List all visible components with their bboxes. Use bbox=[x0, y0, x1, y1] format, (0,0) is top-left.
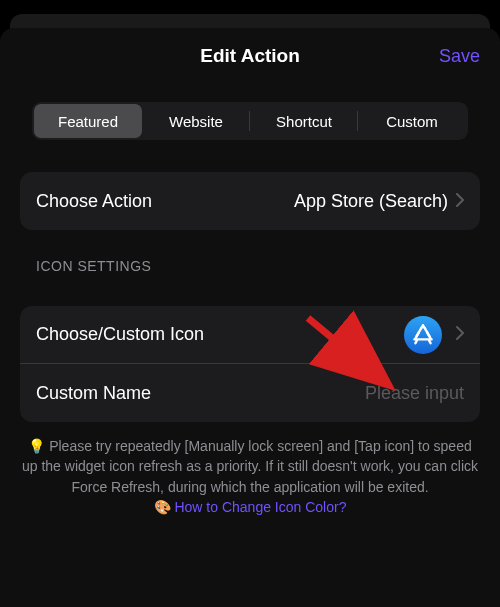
custom-name-input[interactable] bbox=[314, 383, 464, 404]
icon-settings-header: ICON SETTINGS bbox=[36, 258, 464, 274]
chevron-right-icon bbox=[456, 191, 464, 212]
choose-icon-row[interactable]: Choose/Custom Icon bbox=[20, 306, 480, 364]
custom-name-row[interactable]: Custom Name bbox=[20, 364, 480, 422]
choose-icon-label: Choose/Custom Icon bbox=[36, 324, 404, 345]
custom-name-label: Custom Name bbox=[36, 383, 314, 404]
icon-settings-group: Choose/Custom Icon Custom Name bbox=[20, 306, 480, 422]
action-group: Choose Action App Store (Search) bbox=[20, 172, 480, 230]
choose-action-value: App Store (Search) bbox=[294, 191, 448, 212]
bulb-icon: 💡 bbox=[28, 438, 45, 454]
tab-segmented-control: Featured Website Shortcut Custom bbox=[32, 102, 468, 140]
app-store-icon bbox=[404, 316, 442, 354]
choose-action-row[interactable]: Choose Action App Store (Search) bbox=[20, 172, 480, 230]
sheet-title: Edit Action bbox=[200, 45, 300, 67]
choose-action-label: Choose Action bbox=[36, 191, 294, 212]
save-button[interactable]: Save bbox=[439, 46, 480, 67]
tab-custom[interactable]: Custom bbox=[358, 104, 466, 138]
tab-shortcut[interactable]: Shortcut bbox=[250, 104, 358, 138]
tab-website[interactable]: Website bbox=[142, 104, 250, 138]
edit-action-sheet: Edit Action Save Featured Website Shortc… bbox=[0, 28, 500, 607]
tab-featured[interactable]: Featured bbox=[34, 104, 142, 138]
hint-body: Please try repeatedly [Manually lock scr… bbox=[22, 438, 478, 495]
change-icon-color-link[interactable]: How to Change Icon Color? bbox=[171, 499, 347, 515]
hint-text: 💡 Please try repeatedly [Manually lock s… bbox=[20, 436, 480, 517]
palette-icon: 🎨 bbox=[154, 499, 171, 515]
chevron-right-icon bbox=[456, 324, 464, 345]
sheet-header: Edit Action Save bbox=[0, 28, 500, 84]
